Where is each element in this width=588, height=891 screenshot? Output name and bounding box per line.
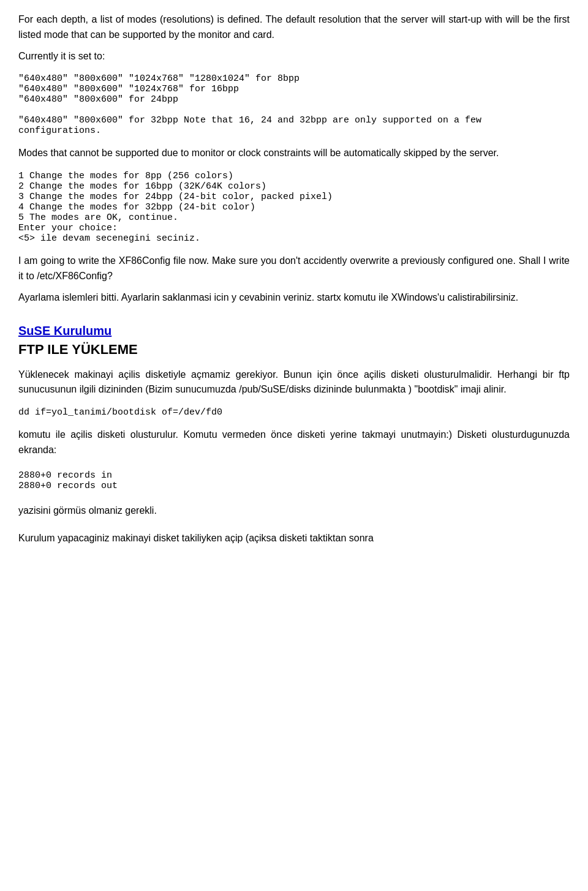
ftp-heading: FTP ILE YÜKLEME bbox=[18, 342, 138, 357]
komutu-paragraph: komutu ile açilis disketi olusturulur. K… bbox=[18, 427, 570, 458]
dd-command-block: dd if=yol_tanimi/bootdisk of=/dev/fd0 bbox=[18, 407, 570, 418]
yazisini-paragraph: yazisini görmüs olmaniz gerekli. bbox=[18, 503, 570, 519]
change-modes-block: 1 Change the modes for 8pp (256 colors) … bbox=[18, 171, 570, 244]
modes-list-block: "640x480" "800x600" "1024x768" "1280x102… bbox=[18, 73, 570, 136]
records-out-line: 2880+0 records out bbox=[18, 481, 570, 491]
kurulum-paragraph: Kurulum yapacaginiz makinayi disket taki… bbox=[18, 531, 570, 546]
modes-note-paragraph: Modes that cannot be supported due to mo… bbox=[18, 146, 570, 161]
ayarlama-paragraph: Ayarlama islemleri bitti. Ayarlarin sakl… bbox=[18, 290, 570, 306]
records-block: 2880+0 records in 2880+0 records out bbox=[18, 470, 570, 491]
intro-paragraph-1: For each depth, a list of modes (resolut… bbox=[18, 12, 570, 43]
page-content: For each depth, a list of modes (resolut… bbox=[18, 12, 570, 546]
suse-kurulumu-link[interactable]: SuSE Kurulumu bbox=[18, 324, 111, 337]
xf86-paragraph: I am going to write the XF86Config file … bbox=[18, 254, 570, 284]
intro-paragraph-2: Currently it is set to: bbox=[18, 49, 570, 64]
ftp-description: Yüklenecek makinayi açilis disketiyle aç… bbox=[18, 367, 570, 398]
records-in-line: 2880+0 records in bbox=[18, 470, 570, 481]
